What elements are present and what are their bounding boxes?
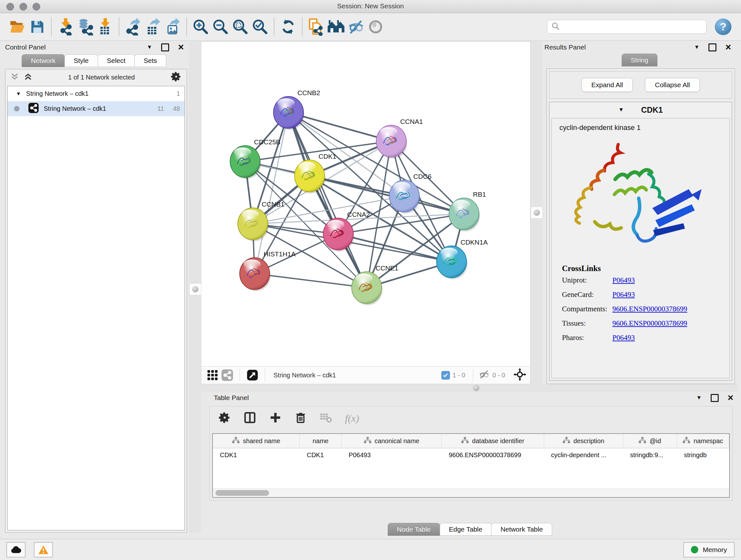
help-button[interactable]: ? — [715, 18, 731, 35]
node-CCNB1[interactable] — [238, 208, 269, 241]
gene-section-header[interactable]: ▼ CDK1 — [549, 102, 732, 118]
selected-checkbox-icon[interactable] — [441, 371, 450, 380]
zoom-fit-icon[interactable] — [230, 17, 250, 37]
edge-CCNB2-HIST1H1A[interactable] — [255, 112, 288, 273]
add-column-icon[interactable] — [269, 411, 282, 425]
bottom-splitter[interactable] — [201, 384, 738, 392]
results-close-icon[interactable]: × — [725, 44, 731, 51]
tab-network[interactable]: Network — [22, 54, 65, 67]
memory-button[interactable]: Memory — [683, 542, 735, 557]
panel-float-icon[interactable] — [161, 44, 169, 51]
birds-eye-view-icon[interactable] — [205, 368, 220, 382]
node-CCNE1[interactable] — [352, 272, 383, 305]
tree-expand-icon[interactable]: ▼ — [16, 91, 21, 97]
table-cell[interactable]: P06493 — [342, 448, 442, 462]
crosslink-link[interactable]: P06493 — [612, 334, 635, 342]
node-CCNA1[interactable] — [376, 125, 407, 159]
zoom-selected-icon[interactable] — [250, 17, 270, 37]
zoom-in-icon[interactable] — [191, 17, 211, 37]
table-cell[interactable]: cyclin-dependent ... — [544, 448, 623, 462]
expand-all-button[interactable]: Expand All — [582, 78, 633, 92]
column-header-canonical-name[interactable]: canonical name — [342, 434, 442, 448]
left-splitter[interactable] — [189, 42, 201, 533]
cloud-status-button[interactable] — [6, 542, 25, 557]
string-style-icon[interactable] — [220, 368, 234, 382]
node-CDC25B[interactable] — [230, 145, 261, 179]
hidden-eye-icon[interactable] — [478, 369, 490, 381]
table-close-icon[interactable]: × — [728, 395, 733, 401]
table-cell[interactable]: CDK1 — [213, 448, 300, 462]
hscrollbar-thumb[interactable] — [215, 490, 269, 496]
search-input[interactable] — [560, 23, 702, 31]
tab-select[interactable]: Select — [98, 54, 135, 67]
hide-unhide-icon[interactable] — [346, 17, 366, 37]
gene-collapse-icon[interactable]: ▼ — [618, 107, 624, 113]
table-cell[interactable]: stringdb:9... — [623, 448, 677, 462]
search-box[interactable] — [547, 20, 706, 34]
export-network-icon[interactable] — [123, 17, 143, 37]
network-row[interactable]: String Network – cdk1 11 48 — [8, 101, 185, 116]
table-collapse-icon[interactable]: ▼ — [696, 395, 702, 401]
table-row[interactable]: CDK1CDK1P064939606.ENSP00000378699cyclin… — [213, 448, 729, 462]
results-collapse-icon[interactable]: ▼ — [694, 44, 699, 51]
table-cell[interactable]: stringdb — [677, 448, 729, 462]
open-session-icon[interactable] — [8, 17, 27, 37]
column-header-shared-name[interactable]: shared name — [213, 434, 300, 448]
network-collection-row[interactable]: ▼ String Network – cdk1 1 — [8, 86, 185, 101]
right-splitter[interactable] — [530, 42, 542, 384]
table-cell[interactable]: 9606.ENSP00000378699 — [442, 448, 544, 462]
panel-close-icon[interactable]: × — [178, 44, 184, 51]
tab-sets[interactable]: Sets — [134, 54, 166, 67]
node-HIST1H1A[interactable] — [240, 258, 271, 291]
tab-node-table[interactable]: Node Table — [388, 523, 440, 536]
crosslink-link[interactable]: P06493 — [612, 276, 635, 285]
save-session-icon[interactable] — [27, 17, 47, 37]
collapse-all-networks-icon[interactable] — [10, 73, 19, 82]
crosslink-link[interactable]: 9606.ENSP00000378699 — [612, 305, 687, 313]
panel-collapse-icon[interactable]: ▼ — [147, 44, 152, 51]
table-cell[interactable]: CDK1 — [300, 448, 341, 462]
column-header-database-identifier[interactable]: database identifier — [442, 434, 544, 448]
column-header--id[interactable]: @id — [623, 434, 677, 448]
crosslink-link[interactable]: P06493 — [612, 291, 635, 299]
warning-status-button[interactable] — [34, 542, 53, 557]
node-CDKN1A[interactable] — [436, 246, 468, 279]
delete-table-icon[interactable] — [320, 412, 332, 425]
edge-CCNB2-CCNE1[interactable] — [288, 112, 367, 288]
tab-edge-table[interactable]: Edge Table — [440, 523, 492, 536]
import-table-icon[interactable] — [95, 17, 115, 37]
tab-string[interactable]: String — [622, 54, 658, 66]
refresh-layout-icon[interactable] — [278, 17, 298, 37]
column-header-namespac[interactable]: namespac — [677, 434, 729, 448]
right-splitter-handle[interactable] — [531, 206, 543, 219]
column-header-description[interactable]: description — [544, 434, 623, 448]
export-image-icon[interactable] — [163, 17, 183, 37]
tab-style[interactable]: Style — [64, 54, 98, 67]
collapse-all-button[interactable]: Collapse All — [645, 78, 700, 92]
toggle-sphere-icon[interactable] — [366, 17, 386, 37]
network-options-gear-icon[interactable] — [171, 71, 182, 83]
show-columns-icon[interactable] — [244, 411, 256, 425]
function-builder-icon[interactable]: f(x) — [345, 413, 359, 424]
edge-CDK1-RB1[interactable] — [310, 176, 464, 214]
fit-content-crosshair-icon[interactable] — [514, 368, 526, 382]
string-home-icon[interactable] — [326, 17, 346, 37]
tab-network-table[interactable]: Network Table — [491, 523, 552, 536]
node-RB1[interactable] — [449, 198, 480, 232]
column-header-name[interactable]: name — [300, 434, 341, 448]
network-canvas[interactable]: CCNB2CCNA1CDC25BCDK1CDC6RB1CCNB1CCNA2CDK… — [201, 42, 530, 366]
table-hscrollbar[interactable] — [213, 489, 729, 497]
delete-column-trash-icon[interactable] — [294, 412, 307, 425]
node-CCNA2[interactable] — [323, 218, 354, 252]
table-options-gear-icon[interactable] — [219, 412, 231, 425]
crosslink-link[interactable]: 9606.ENSP00000378699 — [612, 319, 687, 327]
node-CDK1[interactable] — [294, 160, 326, 193]
expand-all-networks-icon[interactable] — [24, 73, 32, 82]
results-float-icon[interactable] — [709, 44, 717, 51]
share-document-icon[interactable] — [307, 17, 326, 37]
open-in-browser-icon[interactable] — [245, 368, 260, 382]
import-network-icon[interactable] — [56, 17, 75, 37]
import-database-icon[interactable] — [75, 17, 95, 37]
export-table-icon[interactable] — [143, 17, 163, 37]
left-splitter-handle[interactable] — [189, 283, 201, 295]
